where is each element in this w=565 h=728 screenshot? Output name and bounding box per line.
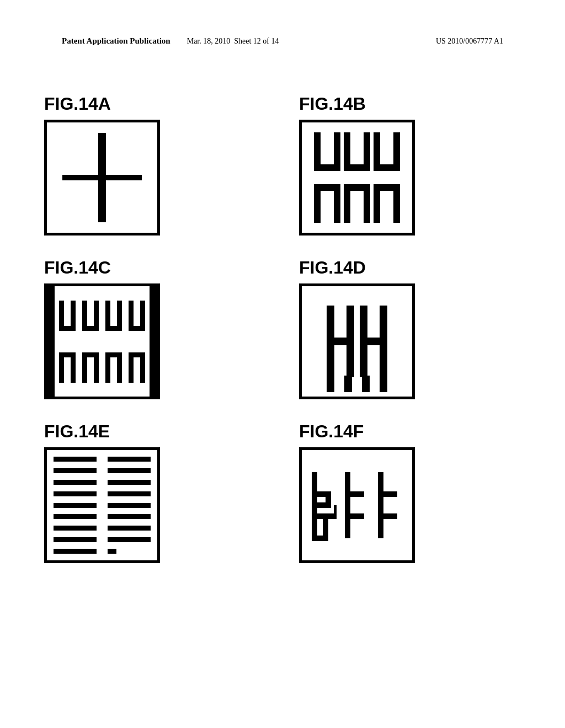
step-shape-1 [312, 469, 337, 541]
fig14a-horizontal-bar [62, 175, 142, 180]
h-shape-2 [360, 306, 387, 377]
patent-number: US 2010/0067777 A1 [436, 37, 503, 46]
publication-title: Patent Application Publication [62, 36, 170, 46]
n-shape-2 [344, 184, 370, 223]
figure-14a-label: FIG.14A [44, 94, 111, 114]
u-shape-1 [314, 132, 340, 171]
figure-14e-block: FIG.14E [44, 421, 266, 563]
u-sm-1 [59, 301, 76, 331]
n-sm-4 [129, 352, 145, 383]
fig14d-bottom-bars [302, 376, 412, 392]
bot-bar-4 [380, 376, 387, 392]
n-sm-3 [105, 352, 122, 383]
figure-14f-block: FIG.14F [299, 421, 521, 563]
figure-14d-label: FIG.14D [299, 258, 366, 278]
page-header: Patent Application Publication Mar. 18, … [62, 36, 503, 46]
bot-bar-1 [327, 376, 334, 392]
publication-date: Mar. 18, 2010 Sheet 12 of 14 [187, 37, 279, 46]
n-sm-2 [82, 352, 99, 383]
figure-14b-box [299, 120, 415, 235]
h2-cross [360, 338, 387, 345]
fig14c-u-row [57, 301, 147, 331]
figure-14a-box [44, 120, 160, 235]
u-sm-4 [129, 301, 145, 331]
figure-14e-label: FIG.14E [44, 421, 110, 442]
n-shape-1 [314, 184, 340, 223]
bot-bar-3 [362, 376, 370, 392]
figure-14c-block: FIG.14C [44, 258, 266, 399]
figure-14b-label: FIG.14B [299, 94, 366, 114]
figures-container: FIG.14A FIG.14B [44, 94, 521, 563]
h-shape-1 [327, 306, 354, 377]
figure-14c-label: FIG.14C [44, 258, 111, 278]
fig14b-bottom-row [306, 179, 408, 228]
n-sm-1 [59, 352, 76, 383]
fig14f-inner [307, 456, 407, 555]
fig14c-n-row [57, 352, 147, 383]
figure-14b-block: FIG.14B [299, 94, 521, 235]
fig14c-left-bar [47, 286, 55, 397]
figure-14a-block: FIG.14A [44, 94, 266, 235]
u-shape-2 [344, 132, 370, 171]
figure-14e-box [44, 447, 160, 563]
figure-14c-box [44, 283, 160, 399]
figure-14a-inner [52, 128, 152, 227]
figure-14d-box [299, 283, 415, 399]
figure-14d-block: FIG.14D [299, 258, 521, 399]
u-sm-2 [82, 301, 99, 331]
figure-14b-inner [306, 127, 408, 228]
fig14c-right-bar [150, 286, 157, 397]
u-sm-3 [105, 301, 122, 331]
fig14c-content [57, 291, 147, 392]
figure-14f-box [299, 447, 415, 563]
u-shape-3 [374, 132, 400, 171]
figure-14f-label: FIG.14F [299, 421, 364, 442]
n-shape-3 [374, 184, 400, 223]
bot-bar-2 [344, 376, 352, 392]
step-shape-3 [378, 469, 403, 541]
step-shape-2 [345, 469, 370, 541]
h1-cross [327, 338, 354, 345]
e-column-gap [97, 457, 108, 554]
fig14b-top-row [306, 127, 408, 176]
